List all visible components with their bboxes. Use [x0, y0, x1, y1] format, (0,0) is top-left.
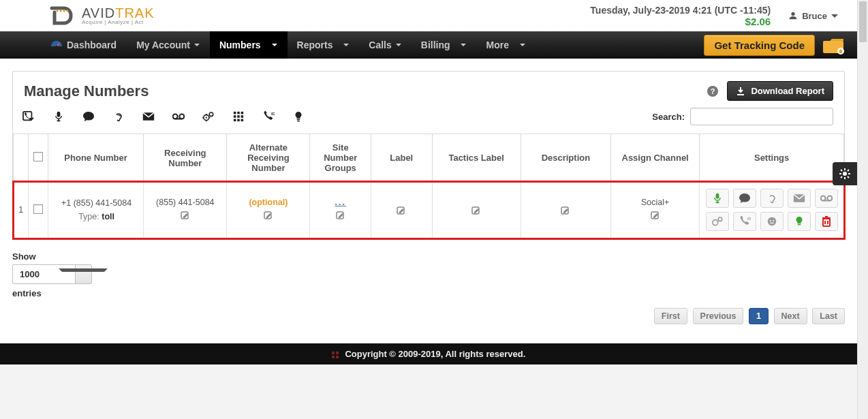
checkbox-icon[interactable] [33, 152, 43, 161]
cell-alternate[interactable]: (optional) [227, 182, 310, 238]
svg-rect-54 [797, 224, 800, 226]
microphone-icon[interactable] [50, 109, 67, 124]
svg-rect-55 [823, 219, 830, 226]
edit-icon[interactable] [471, 206, 481, 216]
voicemail-icon[interactable] [170, 109, 187, 124]
nav-numbers[interactable]: Numbers [210, 31, 288, 59]
download-report-button[interactable]: Download Report [727, 81, 833, 101]
svg-point-48 [718, 217, 722, 221]
setting-bulb-button[interactable] [788, 212, 811, 231]
page-size-select[interactable]: 1000 [12, 264, 92, 284]
alternate-value: (optional) [231, 198, 305, 207]
home-folder-icon[interactable] [822, 35, 845, 55]
svg-point-14 [179, 114, 184, 119]
setting-mail-button[interactable] [788, 189, 811, 208]
svg-rect-24 [237, 112, 240, 114]
edit-icon[interactable] [651, 211, 660, 221]
chevron-down-icon [396, 44, 401, 46]
search-input[interactable] [690, 108, 833, 125]
phone-check-icon[interactable] [20, 109, 37, 124]
setting-chat-button[interactable] [733, 189, 756, 208]
col-label[interactable]: Label [371, 134, 432, 182]
svg-rect-23 [234, 112, 236, 114]
nav-dashboard-label: Dashboard [67, 40, 117, 50]
nav-my-account[interactable]: My Account [127, 31, 210, 59]
edit-icon[interactable] [397, 206, 406, 216]
mail-icon[interactable] [140, 109, 157, 124]
caller-id-icon[interactable]: ID [260, 109, 277, 124]
edit-icon[interactable] [181, 211, 190, 221]
col-channel[interactable]: Assign Channel [611, 134, 700, 182]
setting-spam-button[interactable] [760, 212, 784, 231]
cell-tactics[interactable] [432, 182, 521, 238]
col-select-all[interactable] [29, 134, 48, 182]
svg-rect-53 [770, 223, 773, 223]
svg-rect-25 [241, 112, 244, 114]
nav-more[interactable]: More [476, 31, 535, 59]
page-first-button[interactable]: First [654, 308, 687, 324]
svg-rect-9 [737, 94, 744, 95]
svg-point-60 [843, 172, 847, 176]
download-icon [736, 87, 745, 96]
edit-icon[interactable] [336, 211, 345, 221]
edit-icon[interactable] [561, 206, 570, 216]
setting-voicemail-button[interactable] [815, 189, 838, 208]
svg-rect-28 [241, 115, 244, 118]
col-description[interactable]: Description [521, 134, 610, 182]
page-prev-button[interactable]: Previous [693, 308, 744, 324]
brand-name-left: AVID [82, 5, 115, 20]
nav-dashboard[interactable]: Dashboard [41, 31, 127, 59]
grid-icon[interactable] [230, 109, 247, 124]
col-phone[interactable]: Phone Number [48, 134, 143, 182]
table-row: 1 +1 (855) 441-5084 Type: toll (855) 441… [14, 182, 844, 238]
footer-icon [332, 352, 339, 358]
select-arrow[interactable] [75, 265, 91, 283]
cell-receiving[interactable]: (855) 441-5084 [144, 182, 227, 238]
checkbox-icon[interactable] [33, 204, 43, 214]
setting-whisper-button[interactable] [760, 189, 784, 208]
gears-icon[interactable] [200, 109, 217, 124]
help-icon[interactable]: ? [707, 85, 719, 97]
show-label: Show [12, 251, 845, 262]
nav-billing[interactable]: Billing [412, 31, 477, 59]
cell-label[interactable] [371, 182, 432, 238]
cell-groups[interactable]: ... [310, 182, 371, 238]
col-receiving[interactable]: Receiving Number [144, 134, 227, 182]
col-tactics[interactable]: Tactics Label [432, 134, 521, 182]
ear-icon[interactable] [110, 109, 127, 124]
groups-link[interactable]: ... [314, 198, 367, 207]
setting-delete-button[interactable] [815, 212, 838, 231]
cell-description[interactable] [521, 182, 610, 238]
scrollbar-thumb[interactable] [859, 1, 867, 42]
svg-rect-59 [825, 216, 828, 217]
cell-channel[interactable]: Social+ [611, 182, 700, 238]
footer: Copyright © 2009-2019, All rights reserv… [0, 343, 857, 364]
setting-advanced-button[interactable] [706, 212, 729, 231]
chat-icon[interactable] [80, 109, 97, 124]
col-alt-receiving[interactable]: Alternate Receiving Number [227, 134, 310, 182]
get-tracking-code-button[interactable]: Get Tracking Code [704, 35, 815, 56]
edit-icon[interactable] [264, 211, 273, 221]
lightbulb-icon [793, 216, 805, 227]
header-datetime: Tuesday, July-23-2019 4:21 (UTC -11:45) [590, 5, 771, 16]
nav-reports[interactable]: Reports [288, 31, 360, 59]
page-settings-toggle[interactable] [833, 162, 857, 185]
user-name: Bruce [802, 11, 827, 21]
svg-point-13 [173, 114, 178, 119]
vertical-scrollbar[interactable] [857, 0, 868, 419]
toolbar: ID [20, 109, 307, 124]
page-last-button[interactable]: Last [812, 308, 845, 324]
numbers-table: Phone Number Receiving Number Alternate … [13, 134, 844, 238]
user-menu[interactable]: Bruce [783, 8, 843, 24]
nav-calls[interactable]: Calls [359, 31, 411, 59]
page-next-button[interactable]: Next [774, 308, 807, 324]
col-site-groups[interactable]: Site Number Groups [310, 134, 371, 182]
setting-callerid-button[interactable]: ID [733, 212, 756, 231]
svg-point-18 [209, 112, 213, 117]
brand-logo[interactable]: AVIDTRAK Acquire | Analyze | Act [48, 4, 155, 27]
svg-rect-33 [297, 119, 300, 121]
row-checkbox[interactable] [29, 182, 48, 238]
lightbulb-icon[interactable] [290, 109, 307, 124]
setting-record-button[interactable] [706, 189, 729, 208]
page-current[interactable]: 1 [749, 308, 769, 324]
